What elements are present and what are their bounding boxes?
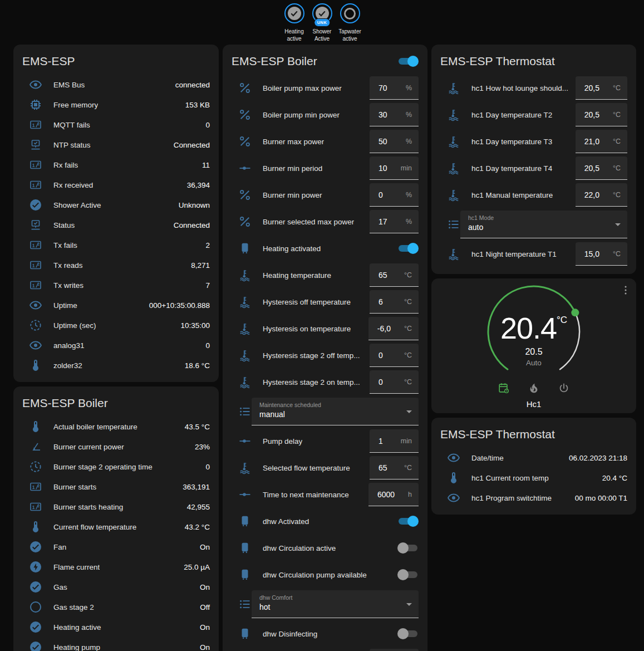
current-temperature: 20.4°C: [478, 313, 589, 343]
number-row: hc1 How hot lounge should...20,5°C: [440, 75, 627, 101]
calendar-clock-icon[interactable]: [498, 382, 510, 394]
sensor-row[interactable]: EMS Busconnected: [22, 75, 210, 95]
sensor-row[interactable]: Current flow temperature43.2 °C: [22, 517, 210, 537]
eye-icon: [29, 78, 42, 91]
sensor-row[interactable]: Date/time06.02.2023 21:18: [440, 448, 627, 468]
sensor-row[interactable]: Actual boiler temperature43.5 °C: [22, 417, 210, 437]
ray-vertex-icon: [238, 488, 252, 501]
sensor-row[interactable]: Burner current power23%: [22, 437, 210, 457]
sensor-row[interactable]: zolder3218.6 °C: [22, 355, 210, 375]
sensor-row[interactable]: 12Tx fails2: [22, 235, 210, 255]
number-input[interactable]: 0%: [370, 183, 419, 207]
card: EMS-ESP ThermostatDate/time06.02.2023 21…: [431, 418, 636, 515]
sensor-row[interactable]: Gas stage 2Off: [22, 597, 210, 617]
number-input[interactable]: 30%: [370, 103, 419, 126]
number-input[interactable]: 0°C: [370, 370, 419, 394]
sensor-row[interactable]: Burner stage 2 operating time0: [22, 457, 210, 477]
number-input[interactable]: 6000h: [368, 483, 419, 506]
sensor-row[interactable]: 12Tx reads8,271: [22, 255, 210, 275]
fire-icon[interactable]: [528, 382, 540, 394]
number-input[interactable]: 22,0°C: [576, 183, 627, 207]
svg-text:1: 1: [32, 484, 35, 490]
sensor-row[interactable]: 12Rx fails11: [22, 155, 210, 175]
counter-icon: 12: [29, 158, 42, 172]
entity-label: Current flow temperature: [53, 523, 136, 531]
sensor-row[interactable]: Shower ActiveUnknown: [22, 195, 210, 215]
number-input[interactable]: 65°C: [370, 456, 419, 479]
number-input[interactable]: 6°C: [370, 290, 419, 314]
state-badge[interactable]: Tapwater active: [337, 3, 363, 42]
eye-icon: [29, 339, 42, 352]
sensor-row[interactable]: StatusConnected: [22, 215, 210, 235]
entity-value: 153 KB: [181, 101, 210, 109]
number-input[interactable]: 50%: [370, 130, 419, 153]
sensor-row[interactable]: hc1 Program switchtime00 mo 00:00 T1: [440, 488, 627, 508]
entity-label: dhw Circulation active: [263, 544, 336, 552]
sensor-row[interactable]: 12Tx writes7: [22, 275, 210, 295]
number-unit: °C: [599, 164, 621, 172]
sensor-row[interactable]: hc1 Current room temp20.4 °C: [440, 468, 627, 488]
number-input[interactable]: 15,0°C: [576, 242, 627, 266]
sensor-row[interactable]: FanOn: [22, 537, 210, 557]
select-field[interactable]: hc1 Modeauto: [460, 211, 627, 238]
number-input[interactable]: 20,5°C: [576, 156, 627, 180]
sensor-row[interactable]: Free memory153 KB: [22, 95, 210, 115]
sensor-row[interactable]: 12Rx received36,394: [22, 175, 210, 195]
number-input[interactable]: 10min: [370, 156, 419, 180]
sensor-row[interactable]: 12Burner starts363,191: [22, 477, 210, 497]
toggle-switch[interactable]: [397, 242, 419, 254]
thermostat-dial[interactable]: 20.4°C20.5Auto: [478, 284, 589, 378]
sensor-row[interactable]: GasOn: [22, 577, 210, 597]
sensor-row[interactable]: 12Burner starts heating42,955: [22, 497, 210, 517]
entity-label: Uptime (sec): [53, 321, 96, 330]
number-input[interactable]: 70%: [370, 76, 419, 100]
sensor-row[interactable]: Heating pumpOn: [22, 637, 210, 651]
toggle-switch[interactable]: [397, 569, 419, 581]
number-input[interactable]: 21,0°C: [576, 130, 627, 153]
number-input[interactable]: 0°C: [370, 344, 419, 367]
coolant-temperature-icon: [238, 461, 252, 474]
toggle-switch[interactable]: [397, 542, 419, 554]
sensor-row[interactable]: Flame current25.0 µA: [22, 557, 210, 577]
sensor-row[interactable]: 12MQTT fails0: [22, 115, 210, 135]
angle-icon: [29, 440, 42, 453]
sensor-row[interactable]: Uptime (sec)10:35:00: [22, 315, 210, 335]
coolant-temperature-icon: [447, 188, 460, 202]
sensor-row[interactable]: analog310: [22, 335, 210, 355]
entity-value: On: [195, 543, 210, 551]
target-temperature: 20.5: [478, 347, 589, 357]
flash-circle-icon: [29, 560, 42, 574]
select-field[interactable]: dhw Comforthot: [252, 590, 419, 618]
number-input[interactable]: 17%: [370, 210, 419, 233]
number-unit: h: [395, 491, 412, 498]
number-input[interactable]: -6,0°C: [368, 317, 419, 340]
number-input[interactable]: 65°C: [370, 263, 419, 287]
card-header-toggle[interactable]: [397, 55, 419, 67]
number-input[interactable]: 70°C: [370, 649, 419, 651]
select-field[interactable]: Maintenance scheduledmanual: [252, 398, 419, 425]
thermometer-icon: [447, 471, 460, 484]
number-input[interactable]: 20,5°C: [576, 76, 627, 100]
number-value: 22,0: [584, 190, 599, 199]
sensor-row[interactable]: Heating activeOn: [22, 617, 210, 637]
number-input[interactable]: 1min: [370, 429, 419, 453]
badge-circle: [284, 3, 304, 23]
number-input[interactable]: 20,5°C: [576, 103, 627, 126]
percent-icon: [238, 81, 252, 95]
power-icon[interactable]: [558, 382, 570, 394]
badge-label: Shower Active: [309, 28, 335, 42]
toggle-switch[interactable]: [397, 628, 419, 640]
water-boiler-icon: [238, 568, 252, 581]
entity-label: zolder32: [53, 361, 82, 370]
ray-vertex-icon: [238, 434, 252, 448]
dots-vertical-icon[interactable]: [620, 284, 632, 296]
entity-value: 7: [201, 281, 210, 290]
select-caption: Maintenance scheduled: [259, 402, 402, 408]
state-badge[interactable]: Heating active: [282, 3, 307, 42]
state-badge[interactable]: UNKShower Active: [309, 3, 335, 42]
counter-icon: 12: [29, 480, 42, 493]
sensor-row[interactable]: NTP statusConnected: [22, 135, 210, 155]
list-icon: [238, 405, 252, 418]
toggle-switch[interactable]: [397, 515, 419, 527]
sensor-row[interactable]: Uptime000+10:35:00.888: [22, 295, 210, 315]
